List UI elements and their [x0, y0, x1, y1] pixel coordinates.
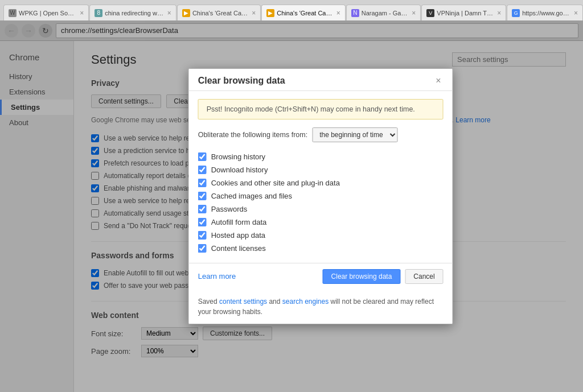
tab-2-close[interactable]: ×	[167, 9, 171, 17]
tab-3-close[interactable]: ×	[252, 9, 256, 17]
tab-bar: W WPKG | Open Sourc... × 8 china redirec…	[0, 0, 583, 20]
content-licenses-label: Content licenses	[211, 244, 266, 253]
cached-images-checkbox[interactable]	[198, 192, 207, 200]
tab-7[interactable]: G https://www.goog... ×	[507, 5, 583, 20]
clear-browsing-data-modal: Clear browsing data × Psst! Incognito mo…	[188, 68, 453, 324]
cached-images-label: Cached images and files	[211, 192, 292, 200]
tab-4-favicon: ▶	[266, 9, 274, 17]
tab-6[interactable]: V VPNinja | Damn The... ×	[421, 5, 506, 20]
autofill-checkbox[interactable]	[198, 218, 207, 226]
tab-4[interactable]: ▶ China's 'Great Cann... ×	[261, 5, 345, 20]
tab-4-close[interactable]: ×	[336, 9, 340, 17]
browsing-history-checkbox[interactable]	[198, 152, 207, 161]
passwords-checkbox-modal[interactable]	[198, 205, 207, 213]
modal-footer-buttons: Clear browsing data Cancel	[323, 269, 444, 284]
tab-3-favicon: ▶	[182, 9, 190, 17]
modal-check-hosted-app: Hosted app data	[198, 229, 444, 242]
obliterate-row: Obliterate the following items from: the…	[198, 127, 444, 142]
tab-2-label: china redirecting web...	[105, 10, 164, 16]
modal-header: Clear browsing data ×	[189, 69, 453, 91]
tab-7-favicon: G	[512, 9, 520, 17]
modal-learn-more-link[interactable]: Learn more	[198, 272, 236, 280]
hosted-app-label: Hosted app data	[211, 231, 265, 240]
incognito-hint: Psst! Incognito mode (Ctrl+Shift+N) may …	[198, 99, 444, 119]
tab-1-label: WPKG | Open Sourc...	[19, 10, 76, 16]
tab-5[interactable]: N Naragam - Galerie ×	[346, 5, 421, 20]
modal-check-browsing-history: Browsing history	[198, 150, 444, 163]
modal-close-button[interactable]: ×	[433, 76, 443, 86]
modal-body: Psst! Incognito mode (Ctrl+Shift+N) may …	[189, 91, 453, 263]
search-engines-link[interactable]: search engines	[282, 298, 329, 306]
tab-6-favicon: V	[426, 9, 434, 17]
saved-note-prefix: Saved	[198, 298, 219, 306]
cookies-label: Cookies and other site and plug-in data	[211, 179, 340, 187]
autofill-label: Autofill form data	[211, 218, 267, 226]
tab-7-close[interactable]: ×	[574, 9, 578, 17]
cookies-checkbox[interactable]	[198, 179, 207, 187]
cancel-button[interactable]: Cancel	[405, 269, 443, 284]
modal-footer: Learn more Clear browsing data Cancel	[189, 263, 453, 292]
modal-check-cookies: Cookies and other site and plug-in data	[198, 176, 444, 189]
modal-check-cached: Cached images and files	[198, 189, 444, 203]
tab-6-label: VPNinja | Damn The...	[437, 10, 494, 16]
tab-1-favicon: W	[9, 9, 17, 17]
passwords-label-modal: Passwords	[211, 205, 248, 213]
download-history-checkbox[interactable]	[198, 166, 207, 174]
tab-2-favicon: 8	[95, 9, 102, 17]
tab-6-close[interactable]: ×	[497, 9, 501, 17]
tab-4-label: China's 'Great Cann...	[277, 10, 332, 16]
tab-3[interactable]: ▶ China's 'Great Cann... ×	[177, 5, 261, 20]
tab-3-label: China's 'Great Cann...	[192, 10, 248, 16]
content-settings-link[interactable]: content settings	[219, 298, 267, 306]
tab-1[interactable]: W WPKG | Open Sourc... ×	[3, 5, 89, 20]
tab-5-close[interactable]: ×	[412, 9, 416, 17]
browsing-history-label: Browsing history	[211, 152, 265, 161]
tab-1-close[interactable]: ×	[80, 9, 84, 17]
clear-browsing-data-confirm-button[interactable]: Clear browsing data	[323, 269, 401, 284]
tab-5-label: Naragam - Galerie	[362, 10, 409, 16]
download-history-label: Download history	[211, 166, 268, 174]
saved-note-middle: and	[267, 298, 282, 306]
modal-check-autofill: Autofill form data	[198, 216, 444, 229]
modal-saved-note: Saved content settings and search engine…	[189, 292, 453, 324]
hosted-app-checkbox[interactable]	[198, 231, 207, 240]
time-range-select[interactable]: the beginning of time the past hour the …	[312, 127, 397, 142]
modal-check-download-history: Download history	[198, 163, 444, 176]
modal-title: Clear browsing data	[198, 76, 285, 86]
obliterate-label: Obliterate the following items from:	[198, 131, 307, 139]
tab-7-label: https://www.goog...	[522, 10, 570, 16]
tab-5-favicon: N	[351, 9, 359, 17]
content-licenses-checkbox[interactable]	[198, 244, 207, 253]
modal-check-content-licenses: Content licenses	[198, 242, 444, 255]
modal-check-passwords: Passwords	[198, 203, 444, 216]
tab-2[interactable]: 8 china redirecting web... ×	[89, 5, 176, 20]
